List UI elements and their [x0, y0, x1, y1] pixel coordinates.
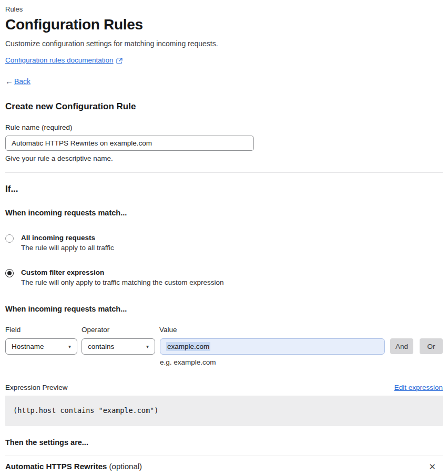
- and-button[interactable]: And: [390, 338, 413, 354]
- field-select[interactable]: Hostname ▾: [5, 338, 77, 355]
- back-arrow-icon: ←: [5, 77, 13, 86]
- close-icon[interactable]: ✕: [429, 463, 436, 471]
- expression-preview-label: Expression Preview: [5, 384, 68, 391]
- rule-name-label: Rule name (required): [5, 123, 443, 131]
- setting-optional-label: (optional): [109, 462, 142, 471]
- radio-button-icon[interactable]: [5, 234, 14, 243]
- radio-all-incoming-requests[interactable]: All incoming requests The rule will appl…: [5, 234, 443, 252]
- page-subtitle: Customize configuration settings for mat…: [5, 39, 443, 48]
- expression-builder-heading: When incoming requests match...: [5, 305, 443, 313]
- setting-title: Automatic HTTPS Rewrites (optional): [5, 462, 142, 471]
- breadcrumb: Rules: [5, 5, 443, 13]
- expression-preview-box: (http.host contains "example.com"): [5, 396, 443, 426]
- setting-automatic-https-rewrites: Automatic HTTPS Rewrites (optional) ✕ Tu…: [5, 455, 443, 476]
- expression-code: (http.host contains "example.com"): [13, 406, 158, 415]
- setting-name: Automatic HTTPS Rewrites: [5, 462, 107, 471]
- then-settings-heading: Then the settings are...: [5, 438, 443, 447]
- when-match-heading: When incoming requests match...: [5, 209, 443, 217]
- or-button[interactable]: Or: [420, 338, 443, 354]
- create-rule-heading: Create new Configuration Rule: [5, 101, 443, 112]
- operator-select[interactable]: contains ▾: [82, 338, 155, 355]
- radio-custom-filter-expression[interactable]: Custom filter expression The rule will o…: [5, 268, 443, 286]
- rule-name-input[interactable]: [5, 136, 254, 151]
- radio-label: All incoming requests: [21, 234, 114, 242]
- radio-button-icon[interactable]: [5, 269, 14, 277]
- chevron-down-icon: ▾: [68, 344, 71, 349]
- field-label: Field: [5, 326, 82, 334]
- if-heading: If...: [5, 184, 443, 194]
- value-input[interactable]: example.com: [160, 338, 385, 355]
- value-input-text: example.com: [166, 342, 210, 351]
- rule-name-helper: Give your rule a descriptive name.: [5, 154, 443, 162]
- radio-description: The rule will only apply to traffic matc…: [21, 278, 223, 286]
- page-title: Configuration Rules: [5, 16, 443, 33]
- edit-expression-link[interactable]: Edit expression: [394, 384, 443, 391]
- back-link[interactable]: Back: [14, 77, 30, 86]
- operator-select-value: contains: [88, 343, 114, 350]
- operator-label: Operator: [82, 326, 159, 334]
- documentation-link[interactable]: Configuration rules documentation: [5, 56, 114, 64]
- chevron-down-icon: ▾: [146, 344, 149, 349]
- value-label: Value: [159, 326, 177, 334]
- radio-description: The rule will apply to all traffic: [21, 244, 114, 252]
- radio-label: Custom filter expression: [21, 268, 223, 276]
- field-select-value: Hostname: [12, 343, 44, 350]
- value-helper: e.g. example.com: [160, 358, 443, 366]
- external-link-icon: [116, 58, 123, 64]
- configuration-rules-page: Rules Configuration Rules Customize conf…: [0, 0, 448, 476]
- section-divider: [5, 172, 443, 173]
